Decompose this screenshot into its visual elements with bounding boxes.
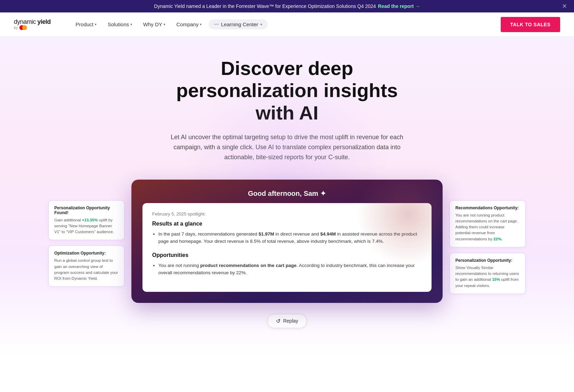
dashboard-inner: February 5, 2025 spotlight: Results at a…: [142, 203, 432, 292]
nav-company[interactable]: Company ▾: [172, 19, 206, 30]
replay-button[interactable]: ↺ Replay: [267, 314, 307, 328]
replay-label: Replay: [283, 318, 298, 324]
company-chevron-icon: ▾: [200, 22, 202, 26]
side-card-recommendations-opportunity: Recommendations Opportunity: You are not…: [450, 200, 526, 247]
nav-why-dy[interactable]: Why DY ▾: [139, 19, 169, 30]
results-list-item-1: In the past 7 days, recommendations gene…: [158, 230, 422, 245]
side-card-optimization-opportunity: Optimization Opportunity: Run a global c…: [48, 246, 124, 287]
opportunities-title: Opportunities: [152, 252, 422, 258]
hero-title: Discover deep personalization insights w…: [166, 57, 408, 124]
dashboard-wrapper: Personalization Opportunity Found! Gain …: [131, 180, 443, 328]
replay-icon: ↺: [276, 318, 280, 324]
spotlight-date: February 5, 2025 spotlight:: [152, 211, 422, 217]
side-card-title-3: Recommendations Opportunity:: [455, 205, 520, 210]
product-chevron-icon: ▾: [95, 22, 96, 26]
hero-section: Discover deep personalization insights w…: [0, 37, 574, 356]
solutions-chevron-icon: ▾: [130, 22, 132, 26]
learning-center-chevron-icon: ▾: [260, 22, 262, 26]
nav-links: Product ▾ Solutions ▾ Why DY ▾ Company ▾…: [72, 19, 501, 30]
hero-subtitle: Let AI uncover the optimal targeting set…: [169, 132, 405, 162]
announcement-close-button[interactable]: ✕: [562, 2, 567, 10]
side-card-body-4: Show Visually Similar recommendations to…: [455, 265, 520, 289]
nav-solutions[interactable]: Solutions ▾: [103, 19, 136, 30]
replay-section: ↺ Replay: [131, 314, 443, 328]
dashboard-greeting: Good afternoon, Sam ✦: [142, 189, 432, 198]
nav-product[interactable]: Product ▾: [72, 19, 101, 30]
logo-sub: by: [14, 25, 27, 30]
dashboard-card: Good afternoon, Sam ✦ February 5, 2025 s…: [131, 180, 443, 303]
side-card-body-2: Run a global control group test to gain …: [54, 258, 119, 281]
side-card-body-1: Gain additional +13.35% uplift by servin…: [54, 217, 119, 235]
navbar: dynamic yield by Product ▾ Solutions ▾ W…: [0, 12, 574, 37]
side-card-body-3: You are not running product recommendati…: [455, 212, 520, 242]
talk-to-sales-button[interactable]: TALK TO SALES: [501, 17, 560, 32]
side-cards-right: Recommendations Opportunity: You are not…: [450, 200, 526, 294]
logo-text: dynamic yield: [14, 19, 51, 26]
opportunities-list-item-1: You are not running product recommendati…: [158, 262, 422, 277]
nav-learning-center[interactable]: 〰 Learning Center ▾: [209, 19, 268, 29]
side-card-title-2: Optimization Opportunity:: [54, 251, 119, 256]
learning-center-icon: 〰: [214, 22, 219, 27]
logo[interactable]: dynamic yield by: [14, 19, 51, 30]
why-dy-chevron-icon: ▾: [164, 22, 165, 26]
opportunities-list: You are not running product recommendati…: [152, 262, 422, 277]
side-card-title-1: Personalization Opportunity Found!: [54, 205, 119, 215]
announcement-text: Dynamic Yield named a Leader in the Forr…: [154, 3, 376, 9]
announcement-link[interactable]: Read the report →: [378, 3, 420, 9]
mastercard-icon: [19, 25, 27, 30]
announcement-bar: Dynamic Yield named a Leader in the Forr…: [0, 0, 574, 12]
results-list: In the past 7 days, recommendations gene…: [152, 230, 422, 245]
side-card-title-4: Personalization Opportunity:: [455, 258, 520, 263]
side-card-personalization-opportunity-right: Personalization Opportunity: Show Visual…: [450, 253, 526, 294]
side-card-personalization-opportunity: Personalization Opportunity Found! Gain …: [48, 200, 124, 240]
results-title: Results at a glance: [152, 221, 422, 227]
side-cards-left: Personalization Opportunity Found! Gain …: [48, 200, 124, 287]
